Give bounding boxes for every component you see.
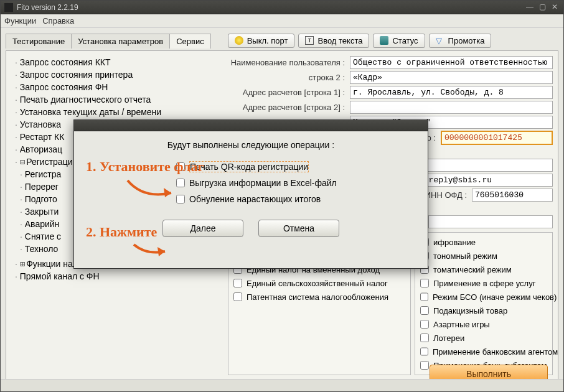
user-input[interactable] bbox=[350, 56, 553, 69]
tree-item[interactable]: Установка текущих даты / времени bbox=[15, 106, 223, 118]
tab-service[interactable]: Сервис bbox=[169, 34, 211, 49]
menu-functions[interactable]: Функции bbox=[4, 16, 36, 26]
status-icon bbox=[380, 36, 388, 45]
inn-ofd-label: ИНН ОФД : bbox=[425, 190, 472, 200]
app-icon bbox=[4, 3, 13, 12]
op-checkbox-qr[interactable] bbox=[176, 162, 185, 171]
mode-checkbox[interactable] bbox=[420, 292, 428, 301]
wind-icon: ▽ bbox=[436, 36, 444, 45]
mode-checkbox[interactable] bbox=[420, 347, 428, 356]
op-label: Выгрузка информации в Excel-файл bbox=[189, 178, 337, 188]
text-icon: T bbox=[305, 36, 314, 45]
tree-item[interactable]: Запрос состояния ФН bbox=[15, 81, 223, 93]
tax-checkbox[interactable] bbox=[233, 279, 242, 287]
op-checkbox-reset[interactable] bbox=[176, 195, 185, 203]
op-label: Обнуление нарастающих итогов bbox=[189, 194, 321, 204]
tax-checkbox[interactable] bbox=[233, 292, 242, 301]
regnum-input[interactable] bbox=[441, 131, 553, 145]
tree-item[interactable]: Печать диагностического отчета bbox=[15, 93, 223, 106]
expand-icon[interactable]: ⊟ bbox=[20, 157, 25, 167]
email-input[interactable] bbox=[416, 174, 553, 187]
minimize-icon[interactable]: — bbox=[525, 3, 535, 12]
mode-checkbox[interactable] bbox=[420, 279, 429, 287]
status-button[interactable]: Статус bbox=[373, 34, 425, 48]
inn-ofd-input[interactable] bbox=[472, 189, 553, 202]
wind-button[interactable]: ▽Промотка bbox=[429, 34, 492, 48]
maximize-icon[interactable]: ▢ bbox=[537, 3, 547, 12]
tree-item[interactable]: Запрос состояния ККТ bbox=[15, 56, 223, 68]
dialog-heading: Будут выполнены следующие операции : bbox=[87, 140, 415, 150]
addr2-input[interactable] bbox=[350, 101, 553, 114]
tree-item[interactable]: Прямой канал с ФН bbox=[15, 270, 223, 282]
mode-checkbox[interactable] bbox=[420, 306, 429, 315]
mode-checkbox[interactable] bbox=[420, 361, 429, 370]
op-checkbox-excel[interactable] bbox=[176, 179, 185, 187]
statusbar bbox=[1, 379, 563, 391]
modes-group: ифрование тономный режим томатический ре… bbox=[415, 232, 553, 375]
window-title: Fito version 2.2.19 bbox=[17, 3, 78, 12]
titlebar: Fito version 2.2.19 — ▢ ✕ bbox=[1, 1, 563, 14]
addr1-label: Адрес расчетов [строка 1] : bbox=[228, 88, 350, 97]
port-icon bbox=[235, 36, 243, 45]
next-button[interactable]: Далее bbox=[162, 220, 243, 237]
menu-help[interactable]: Справка bbox=[42, 16, 74, 26]
menubar: Функции Справка bbox=[1, 14, 563, 28]
op-label: Печать QR-кода регистрации bbox=[189, 161, 309, 172]
mode-checkbox[interactable] bbox=[420, 334, 429, 342]
port-button[interactable]: Выкл. порт bbox=[228, 34, 295, 48]
close-icon[interactable]: ✕ bbox=[550, 3, 560, 12]
text-button[interactable]: TВвод текста bbox=[298, 34, 369, 48]
mata-input[interactable] bbox=[428, 215, 553, 228]
line2-label: строка 2 : bbox=[228, 73, 350, 82]
operations-dialog: Будут выполнены следующие операции : Печ… bbox=[73, 119, 428, 269]
addr2-label: Адрес расчетов [строка 2] : bbox=[228, 103, 350, 112]
cancel-button[interactable]: Отмена bbox=[258, 220, 339, 237]
expand-icon[interactable]: ⊞ bbox=[20, 259, 25, 269]
tab-testing[interactable]: Тестирование bbox=[6, 34, 72, 49]
mode-checkbox[interactable] bbox=[420, 320, 429, 329]
dialog-titlebar[interactable] bbox=[74, 120, 428, 131]
tab-params[interactable]: Установка параметров bbox=[71, 34, 170, 49]
user-label: Наименование пользователя : bbox=[228, 58, 350, 67]
line2-input[interactable] bbox=[350, 71, 553, 84]
tree-item[interactable]: Запрос состояния принтера bbox=[15, 68, 223, 81]
addr1-input[interactable] bbox=[350, 86, 553, 99]
